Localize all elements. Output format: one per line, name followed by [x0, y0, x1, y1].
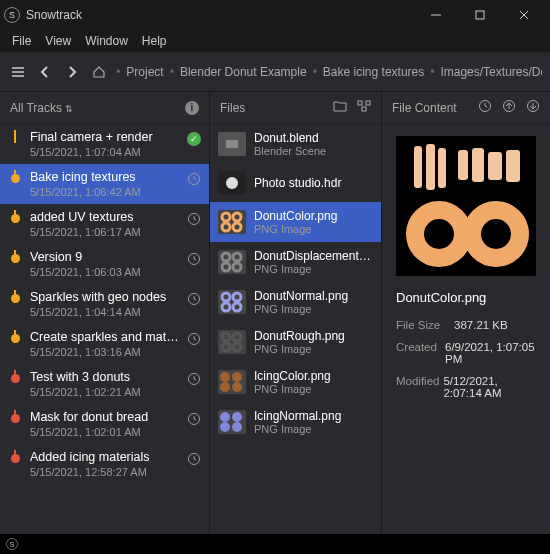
- svg-point-26: [222, 253, 230, 261]
- track-name: Test with 3 donuts: [30, 370, 179, 384]
- track-name: Mask for donut bread: [30, 410, 179, 424]
- crumb[interactable]: Project: [126, 65, 163, 79]
- file-item[interactable]: DonutNormal.pngPNG Image: [210, 282, 381, 322]
- folder-icon[interactable]: [333, 100, 347, 115]
- download-icon[interactable]: [526, 99, 540, 116]
- content-header: File Content: [392, 101, 457, 115]
- file-thumb-icon: [218, 330, 246, 354]
- track-item[interactable]: Create sparkles and materials5/15/2021, …: [0, 324, 209, 364]
- file-item[interactable]: IcingColor.pngPNG Image: [210, 362, 381, 402]
- file-thumb-icon: [218, 171, 246, 195]
- svg-rect-19: [226, 140, 238, 148]
- track-name: added UV textures: [30, 210, 179, 224]
- crumb[interactable]: Images/Textures/DonutColor.pn: [440, 65, 542, 79]
- file-item[interactable]: Photo studio.hdr: [210, 164, 381, 202]
- status-logo-icon: S: [6, 538, 18, 550]
- svg-rect-53: [426, 144, 435, 190]
- file-item[interactable]: DonutRough.pngPNG Image: [210, 322, 381, 362]
- commit-dot-icon: [11, 174, 20, 183]
- maximize-button[interactable]: [458, 0, 502, 30]
- svg-point-34: [222, 333, 230, 341]
- svg-rect-54: [438, 148, 446, 188]
- svg-point-44: [220, 422, 230, 432]
- svg-point-43: [232, 412, 242, 422]
- svg-point-40: [220, 382, 230, 392]
- svg-rect-1: [476, 11, 484, 19]
- minimize-button[interactable]: [414, 0, 458, 30]
- menubar: File View Window Help: [0, 30, 550, 52]
- track-date: 5/15/2021, 1:06:03 AM: [30, 266, 179, 278]
- home-icon[interactable]: [89, 61, 108, 83]
- file-item[interactable]: IcingNormal.pngPNG Image: [210, 402, 381, 442]
- svg-point-36: [222, 343, 230, 351]
- svg-rect-55: [458, 150, 468, 180]
- track-name: Sparkles with geo nodes: [30, 290, 179, 304]
- tracks-header[interactable]: All Tracks ⇅: [10, 101, 73, 115]
- svg-rect-56: [472, 148, 484, 182]
- track-item[interactable]: Bake icing textures5/15/2021, 1:06:42 AM: [0, 164, 209, 204]
- svg-point-27: [233, 253, 241, 261]
- menu-window[interactable]: Window: [79, 32, 134, 50]
- svg-point-42: [220, 412, 230, 422]
- file-item[interactable]: DonutDisplacement.pngPNG Image: [210, 242, 381, 282]
- file-name: DonutRough.png: [254, 329, 373, 343]
- titlebar: S Snowtrack: [0, 0, 550, 30]
- track-date: 5/15/2021, 1:06:17 AM: [30, 226, 179, 238]
- svg-rect-58: [506, 150, 520, 182]
- history-icon[interactable]: [478, 99, 492, 116]
- hamburger-icon[interactable]: [8, 61, 27, 83]
- file-type: Blender Scene: [254, 145, 373, 157]
- history-icon: [187, 452, 201, 466]
- back-icon[interactable]: [35, 61, 54, 83]
- info-icon[interactable]: i: [185, 101, 199, 115]
- track-date: 5/15/2021, 12:58:27 AM: [30, 466, 179, 478]
- file-type: PNG Image: [254, 343, 373, 355]
- svg-point-29: [233, 263, 241, 271]
- upload-icon[interactable]: [502, 99, 516, 116]
- content-panel: File Content: [382, 92, 550, 534]
- commit-dot-icon: [11, 214, 20, 223]
- svg-point-37: [233, 343, 241, 351]
- breadcrumb: •Project •Blender Donut Example •Bake ic…: [116, 65, 542, 79]
- files-header: Files: [220, 101, 245, 115]
- track-item[interactable]: Added icing materials5/15/2021, 12:58:27…: [0, 444, 209, 484]
- svg-point-33: [233, 303, 241, 311]
- track-item[interactable]: added UV textures5/15/2021, 1:06:17 AM: [0, 204, 209, 244]
- commit-dot-icon: [11, 254, 20, 263]
- track-item[interactable]: Mask for donut bread5/15/2021, 1:02:01 A…: [0, 404, 209, 444]
- file-type: PNG Image: [254, 383, 373, 395]
- menu-view[interactable]: View: [39, 32, 77, 50]
- forward-icon[interactable]: [62, 61, 81, 83]
- commit-dot-icon: [11, 334, 20, 343]
- commit-dot-icon: [11, 374, 20, 383]
- menu-help[interactable]: Help: [136, 32, 173, 50]
- track-item[interactable]: Version 95/15/2021, 1:06:03 AM: [0, 244, 209, 284]
- file-item[interactable]: DonutColor.pngPNG Image: [210, 202, 381, 242]
- menu-file[interactable]: File: [6, 32, 37, 50]
- track-name: Create sparkles and materials: [30, 330, 179, 344]
- file-name: DonutNormal.png: [254, 289, 373, 303]
- file-type: PNG Image: [254, 423, 373, 435]
- crumb[interactable]: Bake icing textures: [323, 65, 424, 79]
- meta-value: 6/9/2021, 1:07:05 PM: [445, 341, 538, 365]
- svg-point-32: [222, 303, 230, 311]
- file-name: IcingColor.png: [254, 369, 373, 383]
- track-item[interactable]: Test with 3 donuts5/15/2021, 1:02:21 AM: [0, 364, 209, 404]
- track-item[interactable]: Sparkles with geo nodes5/15/2021, 1:04:1…: [0, 284, 209, 324]
- file-item[interactable]: Donut.blendBlender Scene: [210, 124, 381, 164]
- commit-dot-icon: [11, 294, 20, 303]
- history-icon: [187, 292, 201, 306]
- file-thumb-icon: [218, 132, 246, 156]
- meta-row: Modified5/12/2021, 2:07:14 AM: [394, 375, 538, 399]
- tree-icon[interactable]: [357, 100, 371, 115]
- meta-label: File Size: [396, 319, 454, 331]
- track-name: Added icing materials: [30, 450, 179, 464]
- svg-point-21: [226, 177, 238, 189]
- history-icon: [187, 212, 201, 226]
- svg-point-39: [232, 372, 242, 382]
- svg-point-22: [222, 213, 230, 221]
- commit-dot-icon: [11, 134, 20, 143]
- close-button[interactable]: [502, 0, 546, 30]
- crumb[interactable]: Blender Donut Example: [180, 65, 307, 79]
- track-item[interactable]: Final camera + render5/15/2021, 1:07:04 …: [0, 124, 209, 164]
